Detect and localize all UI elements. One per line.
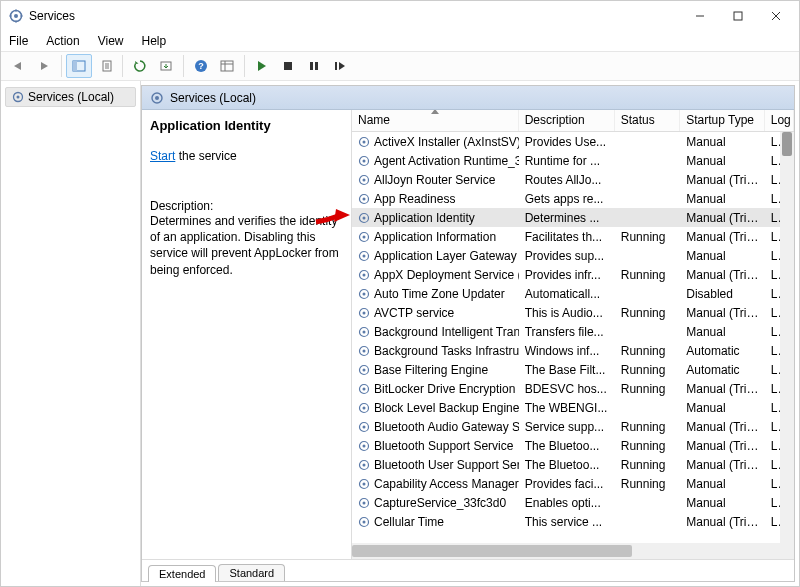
export-list-button[interactable] xyxy=(153,54,179,78)
service-startup-type: Manual xyxy=(680,496,765,510)
vertical-scrollbar[interactable] xyxy=(780,132,794,543)
service-name-cell: Application Information xyxy=(352,230,519,244)
gear-icon xyxy=(358,231,370,243)
service-row[interactable]: App ReadinessGets apps re...ManualLoc xyxy=(352,189,794,208)
svg-point-53 xyxy=(363,349,366,352)
tab-extended[interactable]: Extended xyxy=(148,565,216,582)
service-row[interactable]: AllJoyn Router ServiceRoutes AllJo...Man… xyxy=(352,170,794,189)
menu-action[interactable]: Action xyxy=(44,32,81,50)
service-row[interactable]: Block Level Backup Engine S...The WBENGI… xyxy=(352,398,794,417)
service-name-cell: Auto Time Zone Updater xyxy=(352,287,519,301)
service-row[interactable]: AppX Deployment Service (A...Provides in… xyxy=(352,265,794,284)
service-status: Running xyxy=(615,458,680,472)
svg-point-65 xyxy=(363,463,366,466)
svg-point-1 xyxy=(14,14,18,18)
service-name-cell: Background Tasks Infrastruc... xyxy=(352,344,519,358)
service-startup-type: Manual xyxy=(680,477,765,491)
window-controls xyxy=(681,2,795,30)
service-status: Running xyxy=(615,439,680,453)
start-service-link[interactable]: Start xyxy=(150,149,175,163)
svg-point-69 xyxy=(363,501,366,504)
minimize-button[interactable] xyxy=(681,2,719,30)
stop-service-button[interactable] xyxy=(275,54,301,78)
service-row[interactable]: Application IdentityDetermines ...Manual… xyxy=(352,208,794,227)
menu-view[interactable]: View xyxy=(96,32,126,50)
service-row[interactable]: Capability Access Manager S...Provides f… xyxy=(352,474,794,493)
service-row[interactable]: Agent Activation Runtime_3...Runtime for… xyxy=(352,151,794,170)
service-row[interactable]: Application InformationFacilitates th...… xyxy=(352,227,794,246)
tree-node-services-local[interactable]: Services (Local) xyxy=(5,87,136,107)
pause-service-button[interactable] xyxy=(301,54,327,78)
gear-icon xyxy=(358,174,370,186)
close-button[interactable] xyxy=(757,2,795,30)
refresh-button[interactable] xyxy=(127,54,153,78)
service-row[interactable]: Base Filtering EngineThe Base Filt...Run… xyxy=(352,360,794,379)
svg-point-33 xyxy=(363,159,366,162)
service-row[interactable]: Bluetooth Audio Gateway Se...Service sup… xyxy=(352,417,794,436)
service-name-cell: CaptureService_33fc3d0 xyxy=(352,496,519,510)
maximize-button[interactable] xyxy=(719,2,757,30)
svg-point-47 xyxy=(363,292,366,295)
service-startup-type: Manual (Trigg... xyxy=(680,382,765,396)
help-button[interactable]: ? xyxy=(188,54,214,78)
start-service-suffix: the service xyxy=(175,149,236,163)
svg-point-43 xyxy=(363,254,366,257)
service-row[interactable]: Auto Time Zone UpdaterAutomaticall...Dis… xyxy=(352,284,794,303)
service-description: The Base Filt... xyxy=(519,363,615,377)
gear-icon xyxy=(358,193,370,205)
menu-file[interactable]: File xyxy=(7,32,30,50)
start-service-button[interactable] xyxy=(249,54,275,78)
vertical-scrollbar-thumb[interactable] xyxy=(782,132,792,156)
service-startup-type: Manual xyxy=(680,401,765,415)
service-row[interactable]: Background Intelligent Tran...Transfers … xyxy=(352,322,794,341)
col-logon-as[interactable]: Log On As xyxy=(765,110,794,131)
service-row[interactable]: Bluetooth Support ServiceThe Bluetoo...R… xyxy=(352,436,794,455)
services-app-icon xyxy=(9,9,23,23)
service-row[interactable]: BitLocker Drive Encryption S...BDESVC ho… xyxy=(352,379,794,398)
svg-rect-25 xyxy=(335,62,337,70)
service-row[interactable]: Cellular TimeThis service ...Manual (Tri… xyxy=(352,512,794,531)
forward-button[interactable] xyxy=(31,54,57,78)
col-name[interactable]: Name xyxy=(352,110,519,131)
gear-icon xyxy=(358,497,370,509)
service-name: Application Layer Gateway S... xyxy=(374,249,519,263)
service-row[interactable]: AVCTP serviceThis is Audio...RunningManu… xyxy=(352,303,794,322)
restart-service-button[interactable] xyxy=(327,54,353,78)
gear-icon xyxy=(150,91,164,105)
service-row[interactable]: ActiveX Installer (AxInstSV)Provides Use… xyxy=(352,132,794,151)
gear-icon xyxy=(358,269,370,281)
properties-button[interactable] xyxy=(92,54,118,78)
view-details-button[interactable] xyxy=(214,54,240,78)
service-startup-type: Manual (Trigg... xyxy=(680,515,765,529)
show-hide-console-tree-button[interactable] xyxy=(66,54,92,78)
service-name-cell: Bluetooth Audio Gateway Se... xyxy=(352,420,519,434)
col-description[interactable]: Description xyxy=(519,110,615,131)
service-startup-type: Manual xyxy=(680,154,765,168)
service-name: Background Intelligent Tran... xyxy=(374,325,519,339)
service-row[interactable]: Background Tasks Infrastruc...Windows in… xyxy=(352,341,794,360)
svg-rect-24 xyxy=(315,62,318,70)
svg-point-35 xyxy=(363,178,366,181)
scrollbar-thumb[interactable] xyxy=(352,545,632,557)
service-row[interactable]: Bluetooth User Support Serv...The Blueto… xyxy=(352,455,794,474)
service-status: Running xyxy=(615,477,680,491)
service-name-cell: Bluetooth Support Service xyxy=(352,439,519,453)
service-startup-type: Manual (Trigg... xyxy=(680,230,765,244)
menu-help[interactable]: Help xyxy=(140,32,169,50)
horizontal-scrollbar[interactable] xyxy=(352,543,794,559)
back-button[interactable] xyxy=(5,54,31,78)
service-status: Running xyxy=(615,344,680,358)
gear-icon xyxy=(358,402,370,414)
svg-rect-11 xyxy=(73,61,77,71)
svg-point-29 xyxy=(155,96,159,100)
service-name: Auto Time Zone Updater xyxy=(374,287,505,301)
service-name: AVCTP service xyxy=(374,306,454,320)
col-status[interactable]: Status xyxy=(615,110,681,131)
service-name-cell: Cellular Time xyxy=(352,515,519,529)
tab-standard[interactable]: Standard xyxy=(218,564,285,581)
svg-point-67 xyxy=(363,482,366,485)
service-name-cell: Agent Activation Runtime_3... xyxy=(352,154,519,168)
service-row[interactable]: CaptureService_33fc3d0Enables opti...Man… xyxy=(352,493,794,512)
service-row[interactable]: Application Layer Gateway S...Provides s… xyxy=(352,246,794,265)
col-startup-type[interactable]: Startup Type xyxy=(680,110,765,131)
